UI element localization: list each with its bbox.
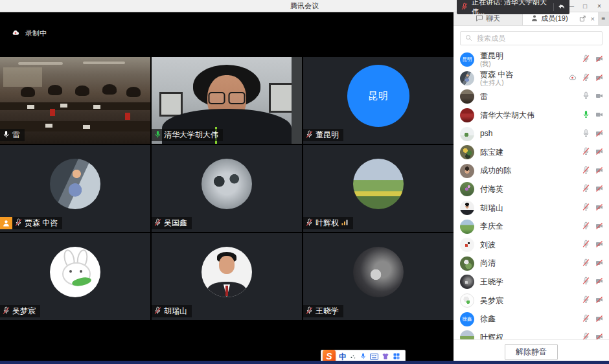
camera-off-icon[interactable] [595,258,604,269]
member-row[interactable]: 成功的陈 [454,162,609,181]
mic-muted-icon[interactable] [582,54,590,65]
mic-muted-icon[interactable] [582,332,590,339]
member-name-block: 付海英 [480,185,503,194]
unmute-button[interactable]: 解除静音 [505,344,558,360]
mic-muted-icon[interactable] [582,258,590,269]
member-row[interactable]: 贾森 中咨(主持人) [454,69,609,88]
camera-off-icon[interactable] [595,128,604,140]
mic-muted-icon[interactable] [582,202,590,214]
camera-off-icon[interactable] [595,202,604,214]
tile-name-label: 贾森 中咨 [12,217,62,229]
mic-muted-icon[interactable] [582,313,590,325]
recording-label: 录制中 [25,28,47,38]
mic-muted-icon[interactable] [582,276,590,288]
camera-off-icon[interactable] [595,239,604,251]
member-avatar [460,164,474,178]
avatar [353,159,404,209]
member-row[interactable]: 吴梦宸 [454,291,609,310]
undo-arrow-icon[interactable] [557,3,566,12]
member-status [582,258,604,269]
member-row[interactable]: psh [454,124,609,143]
member-status [582,165,604,177]
member-status [582,239,604,251]
avatar [201,159,252,209]
camera-off-icon[interactable] [595,313,604,325]
close-button[interactable]: × [592,3,606,10]
member-name: 董昆明 [480,52,503,60]
camera-on-icon[interactable] [595,109,604,121]
mic-speaking-icon[interactable] [582,109,590,121]
member-row[interactable]: 尚清 [454,255,609,273]
mic-on-icon[interactable] [582,91,590,102]
member-row[interactable]: 叶辉权 [454,328,609,339]
camera-off-icon[interactable] [595,54,604,65]
mic-muted-icon[interactable] [582,165,590,177]
camera-off-icon[interactable] [595,73,604,84]
member-status [582,91,604,102]
member-row[interactable]: 徐鑫徐鑫 [454,310,609,328]
video-tile[interactable]: 贾森 中咨 [0,145,150,232]
video-tile[interactable]: 叶辉权 [303,145,454,232]
close-panel-icon[interactable]: × [591,15,595,23]
mic-muted-icon[interactable] [582,295,590,306]
member-name: 贾森 中咨 [480,71,513,79]
member-name-block: 尚清 [480,259,496,267]
member-name-block: 刘波 [480,241,496,249]
popout-panel-icon[interactable] [579,13,586,25]
video-area: 录制中 [0,12,454,364]
member-row[interactable]: 雷 [454,87,609,106]
mic-on-icon[interactable] [582,128,590,140]
member-row[interactable]: 昆明董昆明(我) [454,51,609,69]
member-row[interactable]: 王晓学 [454,273,609,291]
panel-menu-icon[interactable]: ≡ [598,12,609,25]
mic-muted-icon[interactable] [582,146,590,158]
member-name: psh [480,130,492,138]
member-row[interactable]: 胡瑞山 [454,199,609,218]
member-role: (我) [480,60,503,67]
mic-muted-icon[interactable] [582,221,590,233]
video-tile[interactable]: 吴国鑫 [152,145,302,232]
member-row[interactable]: 付海英 [454,180,609,199]
mic-muted-icon [2,306,10,317]
member-name-block: 贾森 中咨(主持人) [480,71,513,86]
member-name-block: 徐鑫 [480,315,496,323]
member-name-block: 成功的陈 [480,166,511,175]
member-row[interactable]: 刘波 [454,236,609,255]
camera-off-icon[interactable] [595,295,604,306]
camera-off-icon[interactable] [595,183,604,195]
tile-name-label: 吴梦宸 [0,305,40,317]
video-tile[interactable]: 王晓学 [303,233,454,320]
video-tile[interactable]: 清华大学胡大伟 [152,57,302,144]
video-tile[interactable]: 吴梦宸 [0,233,150,320]
camera-off-icon[interactable] [595,146,604,158]
mic-muted-icon[interactable] [582,183,590,195]
search-input[interactable] [476,34,597,43]
maximize-button[interactable]: □ [578,3,592,10]
video-grid: 雷 [0,57,454,320]
camera-off-icon[interactable] [595,221,604,233]
avatar [353,247,404,297]
camera-on-icon[interactable] [595,91,604,102]
video-tile[interactable]: 昆明 董昆明 [303,57,454,144]
video-tile[interactable]: 雷 [0,57,150,144]
member-avatar [460,220,474,234]
video-tile[interactable]: 胡瑞山 [152,233,302,320]
mic-muted-icon[interactable] [582,239,590,251]
cloud-record-icon [10,28,21,38]
member-name-block: 胡瑞山 [480,204,503,212]
member-row[interactable]: 清华大学胡大伟 [454,106,609,125]
camera-off-icon[interactable] [595,165,604,177]
camera-off-icon[interactable] [595,276,604,288]
member-role: (主持人) [480,79,513,86]
member-avatar [460,256,474,271]
member-row[interactable]: 陈宝建 [454,143,609,162]
cloud-record-icon [568,73,577,84]
member-row[interactable]: 李庆全 [454,217,609,236]
camera-off-icon[interactable] [595,332,604,339]
member-status [568,73,604,84]
mic-muted-icon[interactable] [582,73,590,84]
member-status [582,54,604,65]
mic-speaking-icon [154,130,162,141]
speaking-toast-text: 正在讲话: 清华大学胡大伟... [472,0,550,17]
member-status [582,221,604,233]
